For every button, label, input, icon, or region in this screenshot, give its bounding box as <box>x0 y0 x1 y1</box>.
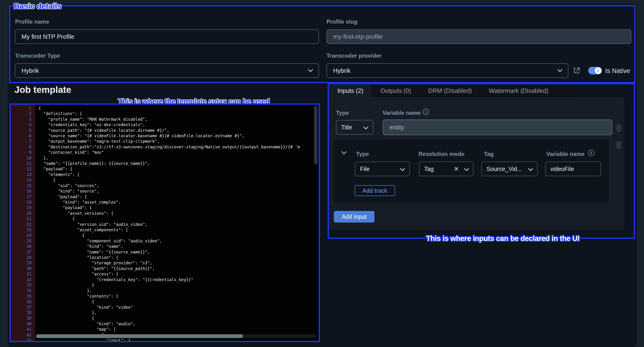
editor-gutter: 1234567891011121314151617181920212223242… <box>11 105 35 341</box>
track-variable-label: Variable name <box>546 151 584 157</box>
track-resolution-mode-select[interactable]: Tag ✕ <box>419 162 474 176</box>
profile-name-label: Profile name <box>15 18 49 25</box>
track-type-label: Type <box>356 151 369 157</box>
track-variable-name-value: videoFile <box>550 166 574 172</box>
tab-drm[interactable]: DRM (Disabled) <box>420 85 480 97</box>
inputs-ui-annotation: This is where inputs can be declared in … <box>426 234 580 243</box>
profile-name-value: My first NTP Profile <box>22 33 74 40</box>
tab-watermark[interactable]: Watermark (Disabled) <box>480 85 557 97</box>
profile-slug-input: my-first-ntp-profile <box>326 29 631 44</box>
transcoder-provider-label: Transcoder provider <box>326 52 381 59</box>
track-tag-select[interactable]: Source_Vid... <box>481 162 538 176</box>
transcoder-type-label: Transcoder Type <box>15 52 60 59</box>
editor-vertical-scrollbar[interactable] <box>314 106 318 164</box>
transcoder-provider-value: Hybrik <box>333 67 350 74</box>
track-type-value: File <box>360 166 370 172</box>
is-native-label: Is Native <box>605 67 630 75</box>
track-tag-label: Tag <box>484 151 494 157</box>
profile-slug-value: my-first-ntp-profile <box>333 33 382 40</box>
chevron-down-icon <box>308 67 313 72</box>
inputs-tab-strip: Inputs (2) Outputs (0) DRM (Disabled) Wa… <box>329 85 577 97</box>
chevron-down-icon <box>400 166 405 171</box>
input-variable-name-value: entity <box>390 124 404 131</box>
profile-slug-label: Profile slug <box>326 18 358 25</box>
track-resolution-mode-label: Resolution mode <box>418 151 464 157</box>
editor-hscroll-track <box>36 334 316 338</box>
add-input-button[interactable]: Add input <box>334 211 374 223</box>
input-variable-name-field[interactable]: entity <box>383 119 612 135</box>
track-tag-value: Source_Vid... <box>486 166 522 172</box>
delete-track-trash-icon[interactable] <box>615 141 622 150</box>
editor-code[interactable]: { "definitions": { "profile_name": "MAN … <box>38 105 319 341</box>
code-editor[interactable]: 1234567891011121314151617181920212223242… <box>11 105 319 341</box>
basic-details-annotation-label: Basic details <box>14 1 61 11</box>
profile-name-input[interactable]: My first NTP Profile <box>15 29 319 44</box>
profile-editor-page: Basic details Profile name My first NTP … <box>0 0 644 347</box>
input-type-label: Type <box>336 110 349 116</box>
chevron-down-icon <box>363 124 368 129</box>
transcoder-provider-select[interactable]: Hybrik <box>326 63 568 78</box>
tab-outputs[interactable]: Outputs (0) <box>372 85 420 97</box>
add-track-button[interactable]: Add track <box>355 185 395 196</box>
tab-inputs[interactable]: Inputs (2) <box>329 85 372 97</box>
transcoder-type-select[interactable]: Hybrik <box>15 63 319 78</box>
track-resolution-mode-value: Tag <box>424 166 434 172</box>
track-type-select[interactable]: File <box>355 162 410 176</box>
editor-horizontal-scrollbar[interactable] <box>36 334 243 338</box>
external-link-icon[interactable] <box>572 67 581 75</box>
input-variable-label: Variable name <box>382 110 420 116</box>
job-template-annotation-box: 1234567891011121314151617181920212223242… <box>10 103 320 342</box>
job-template-heading: Job template <box>14 85 72 95</box>
clear-selection-icon[interactable]: ✕ <box>454 165 459 173</box>
track-variable-name-field[interactable]: videoFile <box>545 162 601 176</box>
is-native-toggle[interactable]: ✓ <box>588 67 602 74</box>
input-type-value: Title <box>341 124 352 131</box>
chevron-down-icon <box>464 166 469 171</box>
info-icon[interactable]: i <box>423 109 429 115</box>
chevron-down-icon <box>528 166 533 171</box>
delete-input-trash-icon[interactable] <box>615 124 622 132</box>
chevron-down-icon <box>558 67 562 72</box>
transcoder-type-value: Hybrik <box>22 67 39 74</box>
toggle-check-icon: ✓ <box>595 67 602 74</box>
input-type-select[interactable]: Title <box>336 120 373 135</box>
info-icon[interactable]: i <box>588 150 594 156</box>
